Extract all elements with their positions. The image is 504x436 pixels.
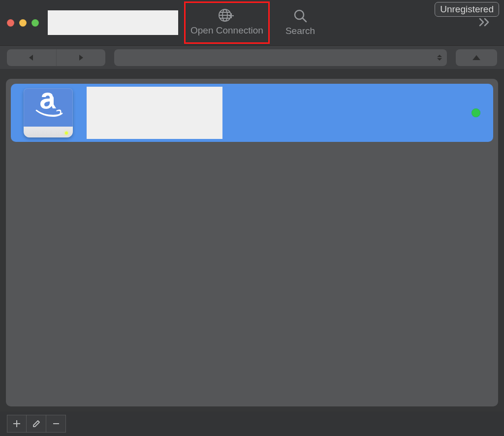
- amazon-drive-icon: [22, 86, 75, 139]
- titlebar: Open Connection Search Unregistered: [0, 0, 504, 45]
- window-zoom-button[interactable]: [32, 19, 39, 27]
- bookmark-row[interactable]: [11, 84, 493, 142]
- window-close-button[interactable]: [7, 19, 14, 27]
- triangle-up-icon: [472, 55, 480, 60]
- bottom-toolbar: [0, 411, 504, 436]
- bookmark-name: [87, 87, 222, 139]
- bookmark-edit-group: [7, 415, 66, 433]
- status-online-indicator: [472, 108, 480, 117]
- add-bookmark-button[interactable]: [7, 415, 27, 433]
- search-label: Search: [285, 26, 315, 36]
- go-up-button[interactable]: [456, 49, 497, 66]
- svg-marker-4: [29, 55, 33, 61]
- triangle-right-icon: [77, 54, 84, 61]
- navigation-bar: [0, 45, 504, 69]
- svg-line-3: [302, 18, 306, 22]
- nav-back-forward: [7, 49, 105, 66]
- nav-back-button[interactable]: [7, 49, 57, 66]
- search-icon: [293, 9, 307, 23]
- svg-marker-5: [79, 55, 83, 61]
- remove-bookmark-button[interactable]: [46, 415, 66, 433]
- window-title: [48, 10, 178, 35]
- plus-icon: [12, 419, 21, 428]
- edit-bookmark-button[interactable]: [27, 415, 46, 433]
- stepper-icon: [437, 55, 442, 61]
- toolbar-overflow-button[interactable]: [478, 15, 497, 31]
- path-dropdown[interactable]: [114, 49, 447, 66]
- minus-icon: [52, 419, 61, 428]
- bookmark-list: [6, 79, 498, 406]
- open-connection-button[interactable]: Open Connection: [184, 1, 270, 44]
- chevron-double-right-icon: [478, 17, 491, 27]
- globe-plus-icon: [218, 8, 236, 22]
- triangle-left-icon: [28, 54, 35, 61]
- nav-forward-button[interactable]: [57, 49, 106, 66]
- toolbar-group: Open Connection Search: [184, 0, 320, 45]
- window-minimize-button[interactable]: [19, 19, 27, 27]
- unregistered-badge[interactable]: Unregistered: [435, 2, 499, 17]
- window-controls: [7, 19, 39, 27]
- open-connection-label: Open Connection: [190, 25, 263, 36]
- amazon-logo-icon: [33, 92, 63, 117]
- search-button[interactable]: Search: [281, 1, 320, 44]
- pencil-icon: [32, 419, 41, 428]
